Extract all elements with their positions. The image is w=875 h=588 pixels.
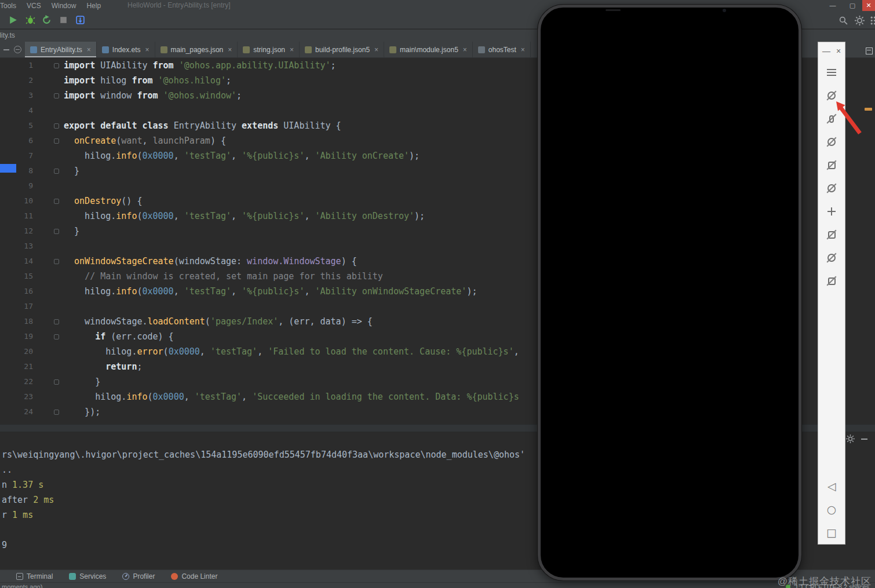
maximize-button[interactable]: ▢ — [843, 0, 862, 11]
mic-off-icon[interactable] — [820, 107, 843, 130]
display-off-icon[interactable] — [820, 223, 843, 246]
call-off-icon[interactable] — [820, 130, 843, 154]
toolwindow-profiler[interactable]: Profiler — [122, 572, 155, 580]
fold-marker — [37, 178, 64, 193]
tab-close-icon[interactable]: × — [463, 46, 467, 54]
rotate-off-icon[interactable] — [820, 154, 843, 177]
tab-close-icon[interactable]: × — [521, 46, 525, 54]
restart-icon[interactable] — [42, 15, 52, 25]
fold-marker[interactable] — [37, 58, 64, 73]
tab-index-ets[interactable]: Index.ets× — [97, 42, 155, 57]
location-off-icon[interactable] — [820, 246, 843, 269]
line-number: 23 — [0, 389, 37, 404]
tab-close-icon[interactable]: × — [228, 46, 232, 54]
tab-label: build-profile.json5 — [315, 46, 370, 54]
emulator-toolbar: — × ◁○□ — [818, 42, 845, 545]
volume-off-icon[interactable] — [820, 177, 843, 200]
window-controls: — ▢ ✕ — [823, 0, 875, 11]
fold-marker — [37, 344, 64, 359]
tab-close-icon[interactable]: × — [290, 46, 294, 54]
collapse-icon[interactable] — [3, 49, 9, 50]
fold-marker[interactable] — [37, 404, 64, 419]
run-icon[interactable] — [8, 15, 18, 25]
tab-string-json[interactable]: string.json× — [238, 42, 300, 57]
panel-hide-icon[interactable] — [861, 439, 867, 440]
fold-marker — [37, 299, 64, 314]
fold-marker[interactable] — [37, 163, 64, 178]
fold-marker[interactable] — [37, 224, 64, 239]
menu-item-tools[interactable]: Tools — [0, 1, 21, 11]
fold-marker[interactable] — [37, 374, 64, 389]
line-number: 7 — [0, 148, 37, 163]
debug-bug-icon[interactable] — [25, 15, 35, 25]
tab-close-icon[interactable]: × — [374, 46, 378, 54]
line-number: 22 — [0, 374, 37, 389]
fold-marker[interactable] — [37, 193, 64, 209]
fold-marker[interactable] — [37, 118, 64, 133]
code-text: onDestroy() { — [64, 193, 142, 209]
toolwindow-label: Services — [79, 572, 106, 580]
grid-menu-icon[interactable] — [870, 16, 875, 25]
emulator-close-button[interactable]: × — [836, 47, 841, 55]
tab-close-icon[interactable]: × — [145, 46, 150, 54]
tab-main-pages-json[interactable]: main_pages.json× — [155, 42, 238, 57]
line-number: 14 — [0, 254, 37, 269]
code-text: import hilog from '@ohos.hilog'; — [64, 73, 231, 88]
profiler-icon — [122, 573, 129, 580]
file-type-icon — [102, 46, 109, 53]
fold-box-icon — [54, 138, 59, 144]
fold-marker[interactable] — [37, 88, 64, 103]
stop-icon[interactable] — [59, 15, 68, 25]
recents-icon[interactable]: □ — [820, 521, 843, 544]
fit-screen-icon[interactable] — [820, 200, 843, 223]
fold-marker — [37, 284, 64, 299]
line-number: 16 — [0, 284, 37, 299]
emulator-minimize-button[interactable]: — — [822, 47, 830, 55]
tab-ohostest[interactable]: ohosTest× — [473, 42, 531, 57]
search-icon[interactable] — [838, 16, 848, 25]
toolwindow-code-linter[interactable]: Code Linter — [171, 572, 217, 580]
file-type-icon — [30, 46, 37, 53]
close-button[interactable]: ✕ — [862, 0, 875, 11]
menu-item-window[interactable]: Window — [46, 1, 82, 11]
layout-widget-icon[interactable] — [866, 48, 873, 54]
menu-bar: ToolsVCSWindowHelp — [0, 1, 106, 11]
code-text: if (err.code) { — [64, 329, 174, 344]
tab-close-icon[interactable]: × — [87, 46, 91, 54]
fold-marker[interactable] — [37, 329, 64, 344]
file-type-icon — [389, 46, 396, 53]
emulator-screen[interactable] — [542, 9, 797, 576]
menu-icon[interactable] — [820, 61, 843, 84]
mic-off-shape — [829, 115, 834, 123]
fold-marker[interactable] — [37, 254, 64, 269]
tab-build-profile-json5[interactable]: build-profile.json5× — [300, 42, 384, 57]
menu-item-vcs[interactable]: VCS — [21, 1, 46, 11]
tab-entryability-ts[interactable]: EntryAbility.ts× — [25, 42, 97, 57]
services-icon — [69, 573, 76, 580]
line-number: 1 — [0, 58, 37, 73]
tab-main-module-json5[interactable]: main\module.json5× — [384, 42, 473, 57]
network-off-icon[interactable] — [820, 269, 843, 293]
settings-gear-icon[interactable] — [855, 16, 865, 25]
breadcrumb-file[interactable]: EntryAbility.ts — [0, 31, 15, 39]
hide-tabs-icon[interactable] — [14, 46, 21, 53]
ide-window: ToolsVCSWindowHelp HelloWorld - EntryAbi… — [0, 0, 875, 588]
home-icon[interactable]: ○ — [820, 498, 843, 521]
line-number: 13 — [0, 239, 37, 254]
line-number: 9 — [0, 178, 37, 193]
panel-settings-gear-icon[interactable] — [846, 434, 855, 443]
code-text: hilog.error(0x0000, 'testTag', 'Failed t… — [64, 344, 519, 359]
code-text: onWindowStageCreate(windowStage: window.… — [64, 254, 357, 269]
back-icon[interactable]: ◁ — [820, 474, 843, 498]
attach-debugger-icon[interactable] — [75, 15, 85, 25]
menu-item-help[interactable]: Help — [81, 1, 106, 11]
eye-off-icon[interactable] — [820, 84, 843, 107]
minimize-button[interactable]: — — [823, 0, 843, 11]
fold-marker — [37, 269, 64, 284]
fold-marker[interactable] — [37, 133, 64, 148]
toolwindow-terminal[interactable]: Terminal — [16, 572, 53, 580]
fold-box-icon — [54, 410, 59, 415]
toolwindow-services[interactable]: Services — [69, 572, 106, 580]
tab-label: main_pages.json — [171, 46, 224, 54]
fold-marker[interactable] — [37, 314, 64, 329]
